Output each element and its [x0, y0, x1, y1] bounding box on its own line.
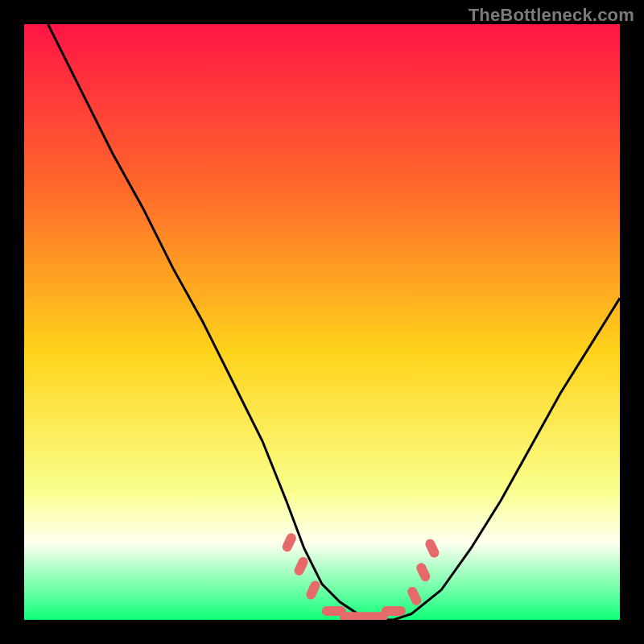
gradient-background	[24, 24, 620, 620]
curve-marker	[340, 612, 388, 620]
watermark-text: TheBottleneck.com	[469, 5, 634, 26]
plot-area	[24, 24, 620, 620]
outer-frame: TheBottleneck.com	[0, 0, 644, 644]
curve-marker	[382, 606, 406, 616]
bottleneck-chart	[24, 24, 620, 620]
